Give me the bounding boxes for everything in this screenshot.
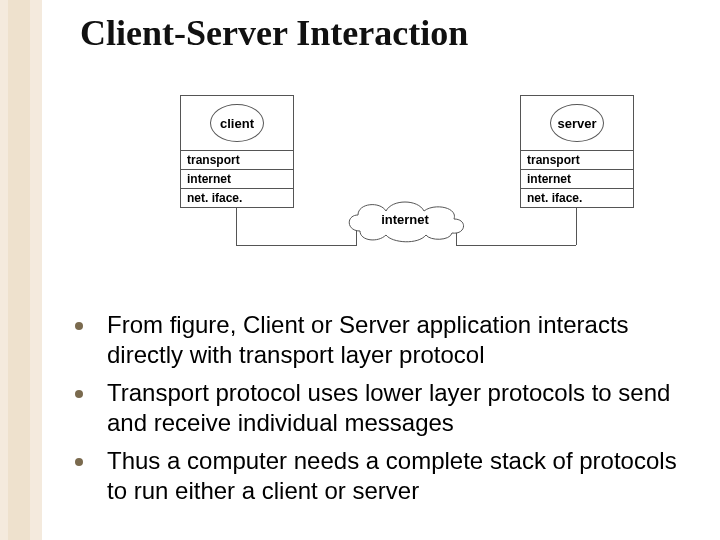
internet-cloud: internet <box>340 195 470 243</box>
bullet-dot-icon <box>75 322 83 330</box>
bullet-text: Transport protocol uses lower layer prot… <box>107 378 685 438</box>
bullet-text: From figure, Client or Server applicatio… <box>107 310 685 370</box>
bullet-dot-icon <box>75 458 83 466</box>
client-circle-label: client <box>210 104 264 142</box>
slide: Client-Server Interaction client transpo… <box>0 0 720 540</box>
client-stack-top: client <box>181 96 293 151</box>
slide-title: Client-Server Interaction <box>80 12 468 54</box>
server-stack-top: server <box>521 96 633 151</box>
side-band-inner <box>8 0 30 540</box>
wire-client-to-cloud <box>236 245 356 246</box>
client-internet-layer: internet <box>181 170 293 189</box>
client-netiface-layer: net. iface. <box>181 189 293 207</box>
list-item: Transport protocol uses lower layer prot… <box>75 378 685 438</box>
wire-client-drop <box>236 207 237 245</box>
diagram: client transport internet net. iface. se… <box>150 85 650 275</box>
server-internet-layer: internet <box>521 170 633 189</box>
list-item: From figure, Client or Server applicatio… <box>75 310 685 370</box>
server-transport-layer: transport <box>521 151 633 170</box>
client-transport-layer: transport <box>181 151 293 170</box>
cloud-label: internet <box>340 195 470 243</box>
server-circle-label: server <box>550 104 604 142</box>
server-netiface-layer: net. iface. <box>521 189 633 207</box>
bullet-list: From figure, Client or Server applicatio… <box>75 310 685 514</box>
bullet-dot-icon <box>75 390 83 398</box>
client-stack: client transport internet net. iface. <box>180 95 294 208</box>
server-stack: server transport internet net. iface. <box>520 95 634 208</box>
list-item: Thus a computer needs a complete stack o… <box>75 446 685 506</box>
bullet-text: Thus a computer needs a complete stack o… <box>107 446 685 506</box>
wire-server-drop <box>576 207 577 245</box>
wire-cloud-to-server <box>456 245 576 246</box>
